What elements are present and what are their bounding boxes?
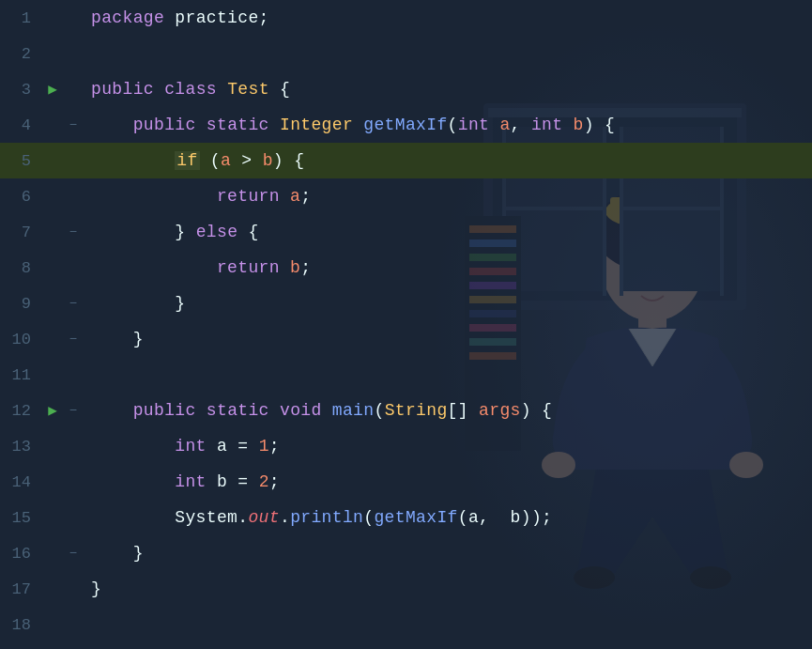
code-line-6: 6 return a;: [0, 178, 812, 214]
code-line-18: 18: [0, 607, 812, 642]
code-line-11: 11: [0, 357, 812, 393]
code-line-text-1: package practice;: [84, 0, 269, 36]
code-line-text-7: } else {: [84, 214, 259, 250]
line-number-2: 2: [0, 45, 42, 63]
gutter-icon-4: −: [63, 117, 84, 132]
breakpoint-12[interactable]: ▶: [42, 401, 63, 420]
line-number-13: 13: [0, 438, 42, 456]
code-line-14: 14 int b = 2;: [0, 464, 812, 500]
line-number-8: 8: [0, 259, 42, 277]
code-line-text-17: }: [84, 571, 101, 607]
code-line-2: 2: [0, 36, 812, 71]
gutter-icon-16: −: [63, 546, 84, 561]
gutter-icon-7: −: [63, 224, 84, 240]
fold-icon-7: −: [69, 224, 77, 240]
code-content: 1 package practice; 2 3 ▶ public class T…: [0, 0, 812, 649]
line-number-3: 3: [0, 81, 42, 99]
line-number-12: 12: [0, 402, 42, 420]
code-line-10: 10 − }: [0, 321, 812, 357]
code-line-text-4: public static Integer getMaxIf(int a, in…: [84, 107, 615, 143]
fold-icon-16: −: [69, 546, 77, 561]
code-line-text-6: return a;: [84, 178, 311, 214]
code-line-text-9: }: [84, 286, 185, 321]
code-line-9: 9 − }: [0, 286, 812, 321]
line-number-6: 6: [0, 188, 42, 206]
code-line-15: 15 System.out.println(getMaxIf(a, b));: [0, 500, 812, 535]
breakpoint-3[interactable]: ▶: [42, 80, 63, 99]
code-line-text-14: int b = 2;: [84, 464, 280, 500]
fold-icon-10: −: [69, 332, 77, 347]
line-number-9: 9: [0, 295, 42, 313]
line-number-4: 4: [0, 116, 42, 134]
fold-icon-12: −: [69, 403, 77, 418]
line-number-18: 18: [0, 616, 42, 634]
run-arrow-3: ▶: [48, 80, 57, 99]
line-number-5: 5: [0, 152, 42, 170]
code-line-text-12: public static void main(String[] args) {: [84, 393, 552, 428]
line-number-7: 7: [0, 224, 42, 241]
code-line-text-3: public class Test {: [84, 71, 290, 107]
code-line-text-16: }: [84, 535, 144, 571]
line-number-14: 14: [0, 473, 42, 491]
code-line-7: 7 − } else {: [0, 214, 812, 250]
gutter-icon-9: −: [63, 296, 84, 311]
line-number-15: 15: [0, 509, 42, 527]
code-line-text-8: return b;: [84, 250, 311, 286]
code-editor: 1 package practice; 2 3 ▶ public class T…: [0, 0, 812, 649]
code-line-text-5: if (a > b) {: [84, 143, 304, 178]
line-number-10: 10: [0, 331, 42, 348]
gutter-icon-10: −: [63, 332, 84, 347]
fold-icon-4: −: [69, 117, 77, 132]
line-number-16: 16: [0, 545, 42, 563]
code-line-5: 5 if (a > b) {: [0, 143, 812, 178]
code-line-13: 13 int a = 1;: [0, 428, 812, 464]
code-line-12: 12 ▶ − public static void main(String[] …: [0, 393, 812, 428]
code-line-4: 4 − public static Integer getMaxIf(int a…: [0, 107, 812, 143]
code-line-text-15: System.out.println(getMaxIf(a, b));: [84, 500, 552, 535]
code-line-16: 16 − }: [0, 535, 812, 571]
code-line-8: 8 return b;: [0, 250, 812, 286]
line-number-1: 1: [0, 9, 42, 27]
fold-icon-9: −: [69, 296, 77, 311]
gutter-icon-12: −: [63, 403, 84, 418]
code-line-3: 3 ▶ public class Test {: [0, 71, 812, 107]
line-number-11: 11: [0, 366, 42, 384]
code-line-1: 1 package practice;: [0, 0, 812, 36]
line-number-17: 17: [0, 580, 42, 598]
code-line-text-10: }: [84, 321, 144, 357]
code-line-text-13: int a = 1;: [84, 428, 280, 464]
code-line-17: 17 }: [0, 571, 812, 607]
run-arrow-12: ▶: [48, 401, 57, 420]
